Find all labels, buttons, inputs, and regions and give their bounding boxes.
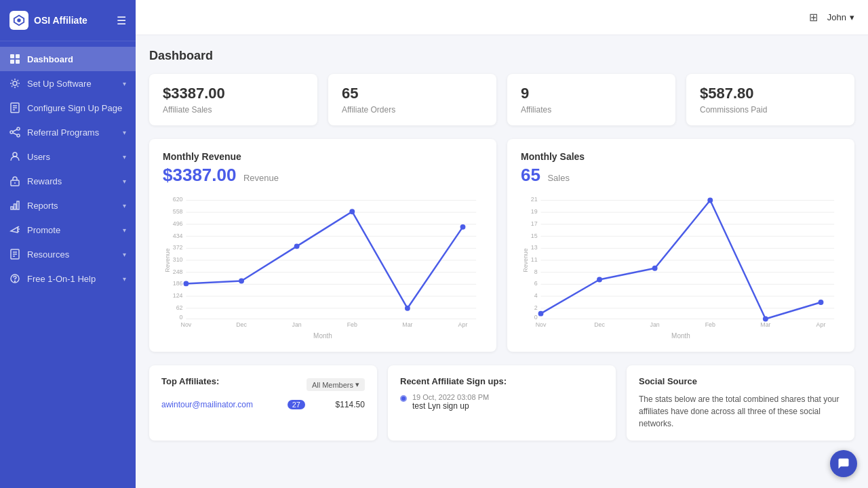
social-source-card: Social Source The stats below are the to… <box>627 365 854 441</box>
grid-icon[interactable]: ⊞ <box>809 11 818 24</box>
svg-point-56 <box>294 243 300 249</box>
sales-chart-svg: 21 19 17 15 13 11 8 6 4 2 0 <box>521 192 841 328</box>
svg-text:Revenue: Revenue <box>164 248 171 272</box>
svg-point-11 <box>10 131 13 134</box>
svg-text:496: 496 <box>173 220 183 227</box>
stat-value: $587.80 <box>700 85 841 102</box>
svg-text:13: 13 <box>531 244 538 251</box>
sidebar-item-rewards[interactable]: Rewards ▾ <box>0 169 136 193</box>
filter-chevron-icon: ▾ <box>355 380 359 389</box>
svg-point-90 <box>597 277 602 283</box>
sidebar-item-label: Promote <box>27 225 60 235</box>
svg-line-14 <box>13 129 17 131</box>
user-name: John <box>827 12 846 22</box>
svg-line-15 <box>13 133 17 135</box>
revenue-chart-area: 620 558 496 434 372 310 248 186 124 62 0 <box>163 192 483 340</box>
monthly-revenue-card: Monthly Revenue $3387.00 Revenue 620 558… <box>149 139 496 352</box>
all-members-filter-button[interactable]: All Members ▾ <box>307 378 365 391</box>
svg-text:Feb: Feb <box>705 321 715 328</box>
svg-text:15: 15 <box>531 232 538 239</box>
sidebar-item-label: Users <box>27 152 50 162</box>
svg-text:21: 21 <box>531 196 538 203</box>
svg-point-6 <box>13 81 17 85</box>
sidebar-item-reports[interactable]: Reports ▾ <box>0 193 136 218</box>
svg-text:Apr: Apr <box>816 321 826 328</box>
svg-point-58 <box>405 306 410 311</box>
sidebar-item-label: Resources <box>27 249 69 260</box>
hamburger-icon[interactable]: ☰ <box>117 14 126 27</box>
svg-point-57 <box>349 209 355 214</box>
svg-point-16 <box>13 152 17 157</box>
sidebar-item-label: Dashboard <box>27 54 73 64</box>
recent-signups-card: Recent Affiliate Sign ups: 19 Oct, 2022 … <box>388 365 616 441</box>
sidebar-item-users[interactable]: Users ▾ <box>0 144 136 169</box>
stat-card-affiliate-orders: 65 Affiliate Orders <box>328 74 496 125</box>
signup-dot-icon <box>400 395 407 402</box>
svg-text:372: 372 <box>173 244 183 251</box>
main-content: ⊞ John ▾ Dashboard $3387.00 Affiliate Sa… <box>136 0 868 488</box>
svg-text:186: 186 <box>173 280 183 287</box>
sales-big-label: Sales <box>547 173 570 183</box>
svg-point-55 <box>239 279 244 284</box>
svg-text:Feb: Feb <box>347 321 357 328</box>
stat-label: Commissions Paid <box>700 105 841 115</box>
svg-point-92 <box>707 198 713 203</box>
sidebar-item-free-help[interactable]: Free 1-On-1 Help ▾ <box>0 266 136 291</box>
svg-text:310: 310 <box>173 256 183 263</box>
top-affiliates-title: Top Affiliates: <box>161 376 219 386</box>
stat-value: 65 <box>342 85 483 102</box>
chart-title: Monthly Sales <box>521 151 841 162</box>
affiliate-amount: $114.50 <box>336 400 365 409</box>
chevron-icon: ▾ <box>123 251 126 258</box>
sidebar-item-configure-signup[interactable]: Configure Sign Up Page <box>0 96 136 120</box>
sidebar-item-resources[interactable]: Resources ▾ <box>0 242 136 266</box>
revenue-chart-svg: 620 558 496 434 372 310 248 186 124 62 0 <box>163 192 483 328</box>
sidebar-item-referral-programs[interactable]: Referral Programs ▾ <box>0 120 136 144</box>
social-source-text: The stats below are the total combined s… <box>639 393 842 430</box>
svg-rect-21 <box>17 201 19 209</box>
sidebar-item-label: Configure Sign Up Page <box>27 103 122 113</box>
stat-label: Affiliate Orders <box>342 105 483 115</box>
signup-name: test Lyn sign up <box>412 401 489 411</box>
x-axis-label: Month <box>163 332 483 340</box>
svg-point-13 <box>17 134 20 137</box>
sidebar-item-label: Referral Programs <box>27 127 99 138</box>
svg-point-93 <box>763 317 768 322</box>
social-source-title: Social Source <box>639 376 842 386</box>
svg-point-30 <box>15 281 16 282</box>
svg-text:6: 6 <box>534 280 538 287</box>
svg-text:17: 17 <box>531 220 538 227</box>
sidebar-item-dashboard[interactable]: Dashboard <box>0 47 136 71</box>
user-chevron-icon: ▾ <box>850 12 854 22</box>
page-title: Dashboard <box>149 49 854 63</box>
svg-text:434: 434 <box>173 232 183 239</box>
user-menu-button[interactable]: John ▾ <box>827 12 854 22</box>
svg-rect-4 <box>10 60 14 64</box>
sidebar-item-promote[interactable]: Promote ▾ <box>0 218 136 242</box>
svg-text:Dec: Dec <box>594 321 605 328</box>
svg-text:0: 0 <box>180 314 183 321</box>
svg-text:124: 124 <box>173 292 183 299</box>
svg-text:4: 4 <box>534 292 538 299</box>
sidebar-item-label: Reports <box>27 201 58 211</box>
stat-label: Affiliates <box>521 105 662 115</box>
stat-card-commissions-paid: $587.80 Commissions Paid <box>686 74 854 125</box>
chart-title: Monthly Revenue <box>163 151 483 162</box>
signup-details: 19 Oct, 2022 03:08 PM test Lyn sign up <box>412 393 489 411</box>
sidebar-item-label: Rewards <box>27 176 62 186</box>
svg-point-94 <box>818 300 824 305</box>
svg-text:19: 19 <box>531 208 538 215</box>
affiliate-email: awintour@mailinator.com <box>161 400 253 409</box>
chevron-icon: ▾ <box>123 153 126 161</box>
logo-area: OSI Affiliate ☰ <box>0 0 136 41</box>
sidebar-item-setup-software[interactable]: Set Up Software ▾ <box>0 71 136 96</box>
chat-bubble-button[interactable] <box>830 450 857 477</box>
charts-row: Monthly Revenue $3387.00 Revenue 620 558… <box>149 139 854 352</box>
affiliate-row: awintour@mailinator.com 27 $114.50 <box>161 400 365 409</box>
svg-text:Mar: Mar <box>402 321 412 328</box>
stat-label: Affiliate Sales <box>163 105 304 115</box>
svg-point-1 <box>17 18 20 22</box>
svg-point-54 <box>183 281 189 286</box>
svg-text:Mar: Mar <box>760 321 770 328</box>
stat-value: 9 <box>521 85 662 102</box>
